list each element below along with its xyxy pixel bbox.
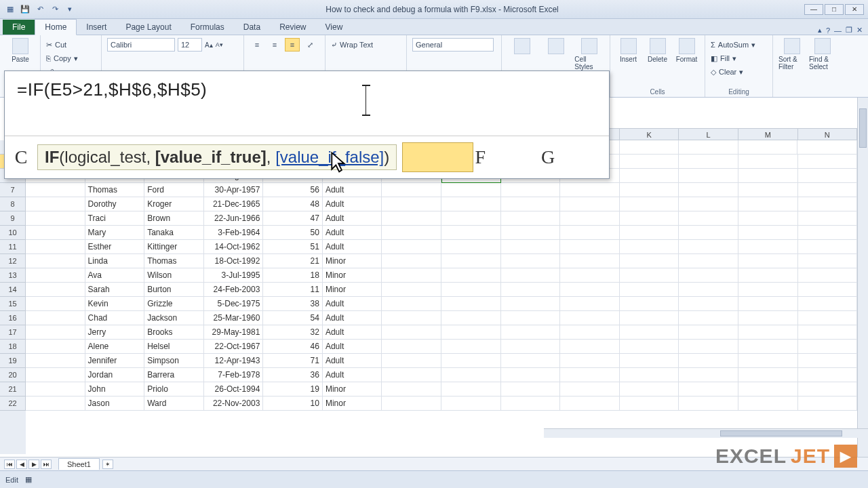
- cell[interactable]: [620, 155, 679, 169]
- cell-G13[interactable]: [382, 268, 441, 283]
- cell-last[interactable]: Priolo: [144, 382, 204, 396]
- scroll-thumb[interactable]: [859, 108, 867, 148]
- cell-last[interactable]: Brown: [144, 211, 204, 226]
- cell-first[interactable]: Dorothy: [85, 197, 145, 211]
- cell[interactable]: [560, 368, 620, 382]
- cell[interactable]: [679, 240, 738, 254]
- cell-birthdate[interactable]: 12-Apr-1943: [204, 354, 264, 368]
- cell[interactable]: [798, 354, 858, 368]
- cell[interactable]: [798, 254, 858, 268]
- cell[interactable]: [620, 140, 679, 155]
- cell[interactable]: [620, 211, 679, 226]
- cell[interactable]: [738, 268, 798, 283]
- scroll-thumb[interactable]: [720, 430, 842, 436]
- tab-home[interactable]: Home: [35, 19, 77, 35]
- doc-close-icon[interactable]: ✕: [856, 26, 863, 35]
- cell[interactable]: [560, 197, 620, 211]
- cell-A20[interactable]: [26, 368, 85, 382]
- cell-statuskey[interactable]: [441, 283, 501, 297]
- cell[interactable]: [620, 354, 679, 368]
- cell-statuskey[interactable]: [441, 325, 501, 340]
- cell-status[interactable]: Adult: [323, 226, 382, 240]
- minimize-button[interactable]: —: [804, 4, 823, 15]
- cell[interactable]: [501, 311, 561, 325]
- qat-dropdown-icon[interactable]: ▾: [64, 3, 76, 16]
- cell[interactable]: [501, 325, 561, 340]
- cell-G8[interactable]: [382, 197, 441, 211]
- cell-first[interactable]: John: [85, 382, 145, 396]
- cell-G16[interactable]: [382, 311, 441, 325]
- cell[interactable]: [738, 240, 798, 254]
- tab-page-layout[interactable]: Page Layout: [116, 20, 180, 35]
- cell[interactable]: [501, 226, 561, 240]
- cell-status[interactable]: Minor: [323, 254, 382, 268]
- cell[interactable]: [501, 382, 561, 396]
- macro-record-icon[interactable]: ▦: [25, 475, 32, 484]
- cell[interactable]: [738, 354, 798, 368]
- cell[interactable]: [738, 211, 798, 226]
- cell-A18[interactable]: [26, 340, 85, 354]
- cell[interactable]: [501, 211, 561, 226]
- cell-first[interactable]: Traci: [85, 211, 145, 226]
- cell[interactable]: [501, 268, 561, 283]
- cell-age[interactable]: 48: [263, 197, 323, 211]
- cell[interactable]: [738, 368, 798, 382]
- cell[interactable]: [798, 325, 858, 340]
- cell-last[interactable]: Brooks: [144, 325, 204, 340]
- cell[interactable]: [738, 283, 798, 297]
- cell[interactable]: [679, 368, 738, 382]
- row-header-14[interactable]: 14: [0, 283, 26, 297]
- cell-status[interactable]: Adult: [323, 197, 382, 211]
- cell[interactable]: [620, 169, 679, 183]
- cell-first[interactable]: Jason: [85, 396, 145, 411]
- cell[interactable]: [738, 311, 798, 325]
- cell[interactable]: [738, 382, 798, 396]
- cell-first[interactable]: Linda: [85, 254, 145, 268]
- cell-birthdate[interactable]: 29-May-1981: [204, 325, 264, 340]
- cell-last[interactable]: Wilson: [144, 268, 204, 283]
- cell[interactable]: [501, 340, 561, 354]
- cell[interactable]: [560, 211, 620, 226]
- cell-birthdate[interactable]: 25-Mar-1960: [204, 311, 264, 325]
- cell-G21[interactable]: [382, 382, 441, 396]
- cell-last[interactable]: Helsel: [144, 340, 204, 354]
- row-header-17[interactable]: 17: [0, 325, 26, 340]
- cell-first[interactable]: Thomas: [85, 183, 145, 197]
- cell-age[interactable]: 50: [263, 226, 323, 240]
- row-header-7[interactable]: 7: [0, 183, 26, 197]
- cell-status[interactable]: Adult: [323, 340, 382, 354]
- cell-last[interactable]: Kittinger: [144, 240, 204, 254]
- cell[interactable]: [679, 268, 738, 283]
- cell-age[interactable]: 54: [263, 311, 323, 325]
- conditional-formatting-button[interactable]: [507, 38, 537, 56]
- find-select-button[interactable]: Find & Select: [809, 38, 835, 70]
- cell[interactable]: [798, 382, 858, 396]
- row-header-9[interactable]: 9: [0, 211, 26, 226]
- close-button[interactable]: ✕: [845, 4, 864, 15]
- cell-birthdate[interactable]: 5-Dec-1975: [204, 297, 264, 311]
- row-header-20[interactable]: 20: [0, 368, 26, 382]
- cell-statuskey[interactable]: [441, 183, 501, 197]
- horizontal-scrollbar[interactable]: [544, 428, 868, 438]
- cell[interactable]: [798, 197, 858, 211]
- cell-A17[interactable]: [26, 325, 85, 340]
- cell-first[interactable]: Chad: [85, 311, 145, 325]
- cell[interactable]: [798, 396, 858, 411]
- cell-birthdate[interactable]: 22-Jun-1966: [204, 211, 264, 226]
- cell[interactable]: [560, 325, 620, 340]
- cell-first[interactable]: Jennifer: [85, 354, 145, 368]
- cell-first[interactable]: Kevin: [85, 297, 145, 311]
- cell-status[interactable]: Adult: [323, 311, 382, 325]
- doc-minimize-icon[interactable]: —: [834, 26, 842, 35]
- cell[interactable]: [798, 169, 858, 183]
- sheet-nav-last[interactable]: ⏭: [41, 460, 52, 469]
- cell-G12[interactable]: [382, 254, 441, 268]
- cell-last[interactable]: Ward: [144, 396, 204, 411]
- cell-first[interactable]: Esther: [85, 240, 145, 254]
- row-header-19[interactable]: 19: [0, 354, 26, 368]
- sheet-nav-first[interactable]: ⏮: [4, 460, 15, 469]
- cell-A21[interactable]: [26, 382, 85, 396]
- cell-last[interactable]: Barrera: [144, 368, 204, 382]
- cell-G18[interactable]: [382, 340, 441, 354]
- orientation-button[interactable]: ⤢: [302, 38, 317, 52]
